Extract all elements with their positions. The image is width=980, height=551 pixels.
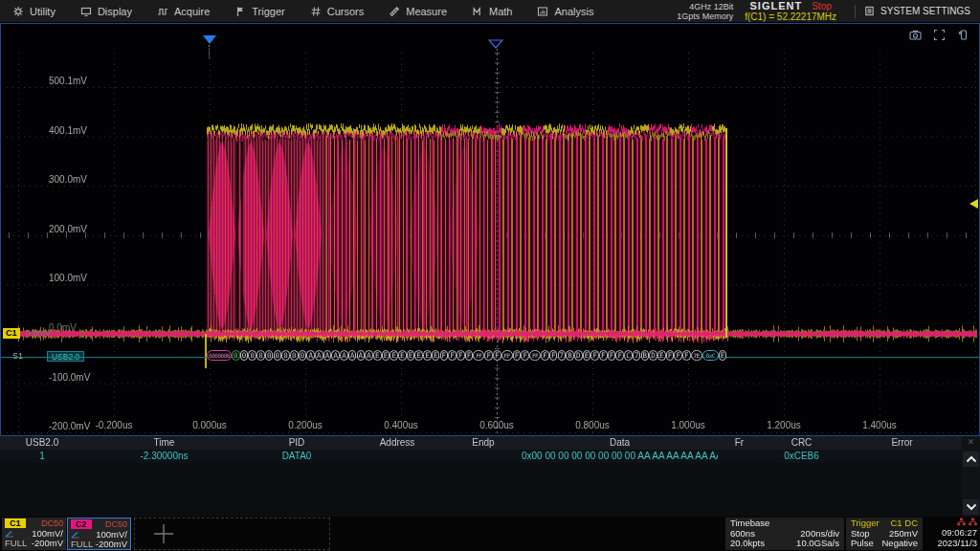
menu-item-measure[interactable]: Measure: [376, 0, 459, 22]
y-axis-label: -100.0mV: [49, 372, 90, 383]
decode-bubble: F: [440, 350, 449, 361]
brand-logo: SIGLENT: [750, 1, 803, 11]
decode-bubble: E: [407, 350, 415, 361]
decode-bubble: E: [382, 350, 390, 361]
decode-bubble: E: [583, 350, 591, 361]
decode-bubble: E: [432, 350, 440, 361]
decode-bubble: A: [315, 350, 323, 361]
waveform-canvas: [1, 24, 979, 435]
flag-icon: [234, 6, 246, 17]
timebase-title: Timebase: [730, 518, 769, 529]
brand-block: SIGLENT Stop f(C1) = 52.22217MHz: [745, 1, 836, 22]
trigger-slope: Negative: [882, 539, 919, 549]
status-cluster: Timebase 600ns200ns/div 20.0kpts10.0GSa/…: [725, 518, 980, 550]
channel2-offset: -200mV: [96, 540, 127, 550]
menu-item-math[interactable]: Math: [459, 0, 524, 22]
decode-bubble: 0: [274, 350, 282, 361]
gear-icon: [12, 6, 24, 17]
scroll-up-button[interactable]: [963, 452, 979, 467]
table-scrollbar[interactable]: ✕: [962, 436, 980, 517]
decode-bubble: 0: [299, 350, 307, 361]
y-axis-label: 0.0mV: [49, 322, 77, 333]
table-header-cell: CRC: [761, 436, 842, 450]
decode-bubble: F: [521, 350, 529, 361]
table-header-cell: Endp: [445, 436, 522, 450]
table-cell: [445, 450, 522, 463]
trigger-box[interactable]: TriggerC1 DC Stop250mV PulseNegative: [846, 518, 923, 550]
scroll-down-button[interactable]: [963, 499, 979, 515]
decode-bubble: A: [365, 350, 373, 361]
channel1-bandwidth: FULL: [5, 539, 27, 549]
x-axis-label: 0.800us: [575, 420, 610, 430]
decode-bubble: E: [414, 350, 423, 361]
acquire-icon: [157, 6, 168, 17]
serial-decode-label: S1: [12, 351, 23, 361]
menu-item-display[interactable]: Display: [68, 0, 145, 22]
decode-bubble: 7: [633, 350, 641, 361]
add-channel-area[interactable]: [134, 518, 330, 550]
table-header-cell: Address: [349, 436, 445, 450]
decode-bubble: E: [719, 350, 727, 361]
decode-bubble: 0: [256, 350, 265, 361]
menu-item-label: Measure: [406, 6, 447, 17]
datetime-box[interactable]: 09:06:27 2023/11/3: [924, 518, 980, 550]
delay-reference-marker[interactable]: [488, 35, 503, 53]
decode-bubble: F: [615, 350, 624, 361]
decode-bubble: E: [390, 350, 398, 361]
x-axis-label: 0.400us: [384, 420, 418, 430]
menu-item-analysis[interactable]: Analysis: [524, 0, 606, 22]
channel2-badge: C2: [71, 519, 92, 529]
menu-item-trigger[interactable]: Trigger: [222, 0, 297, 22]
system-settings-button[interactable]: SYSTEM SETTINGS: [864, 6, 980, 16]
menu-item-label: Acquire: [174, 6, 210, 17]
waveform-display-area[interactable]: 500.1mV400.1mV300.0mV200.0mV100.0mV0.0mV…: [0, 23, 980, 436]
display-icon: [80, 6, 92, 17]
table-cell: 0xCEB6: [761, 450, 842, 463]
table-header-cell: Time: [84, 436, 244, 450]
decode-bubble: E: [398, 350, 407, 361]
menu-item-label: Math: [489, 6, 512, 17]
channel1-zero-label: 0.0mV: [26, 328, 51, 338]
decode-bubble: F: [674, 350, 682, 361]
decode-bubble: 0: [265, 350, 274, 361]
trigger-type: Pulse: [851, 539, 874, 549]
y-axis-label: 400.1mV: [49, 125, 87, 136]
channel2-slope-icon: [71, 531, 80, 539]
close-icon[interactable]: ✕: [962, 436, 980, 449]
screenshot-camera-icon[interactable]: [909, 28, 922, 45]
decode-bubble: 7E: [691, 350, 702, 361]
decode-bubble: F: [590, 350, 599, 361]
decode-bubble: F: [493, 350, 501, 361]
menubar-divider: [855, 5, 856, 18]
menu-item-utility[interactable]: Utility: [0, 0, 68, 22]
menu-item-acquire[interactable]: Acquire: [145, 0, 222, 22]
decode-result-table: USB2.0TimePIDAddressEndpDataFrCRCError 1…: [0, 436, 980, 517]
table-cell: [842, 450, 962, 463]
rotate-screen-icon[interactable]: [957, 28, 969, 45]
trigger-position-marker[interactable]: [203, 35, 216, 44]
y-axis-label: 300.0mV: [49, 174, 87, 185]
channel1-offset: -200mV: [32, 539, 63, 549]
y-axis-label: 100.0mV: [49, 273, 87, 283]
frequency-counter: f(C1) = 52.22217MHz: [745, 11, 836, 22]
menu-item-label: Cursors: [327, 6, 365, 17]
system-info: 4GHz 12Bit 1Gpts Memory: [677, 2, 733, 21]
decode-bubble: 0: [248, 350, 256, 361]
decode-bubble: B: [566, 350, 574, 361]
decode-bubble: F: [457, 350, 465, 361]
cursors-icon: [310, 6, 322, 17]
table-row[interactable]: 1-2.30000nsDATA00x00 00 00 00 00 00 00 0…: [0, 450, 980, 463]
channel1-descriptor-box[interactable]: C1DC50 100mV/ FULL-200mV: [2, 518, 66, 550]
x-axis-label: 0.600us: [479, 420, 514, 430]
decode-bubble: FF: [501, 350, 513, 361]
channel2-descriptor-box[interactable]: C2DC50 100mV/ FULL-200mV: [67, 518, 131, 550]
menu-item-cursors[interactable]: Cursors: [298, 0, 377, 22]
trigger-source: C1 DC: [890, 518, 918, 529]
timebase-box[interactable]: Timebase 600ns200ns/div 20.0kpts10.0GSa/…: [725, 518, 844, 550]
x-axis-label: 0.000us: [192, 420, 227, 430]
measure-icon: [389, 6, 400, 17]
x-axis-label: -0.200us: [96, 420, 133, 430]
channel1-offset-badge[interactable]: C1: [3, 328, 20, 339]
zoom-expand-icon[interactable]: [933, 28, 946, 45]
trigger-level-arrow[interactable]: [969, 199, 978, 209]
